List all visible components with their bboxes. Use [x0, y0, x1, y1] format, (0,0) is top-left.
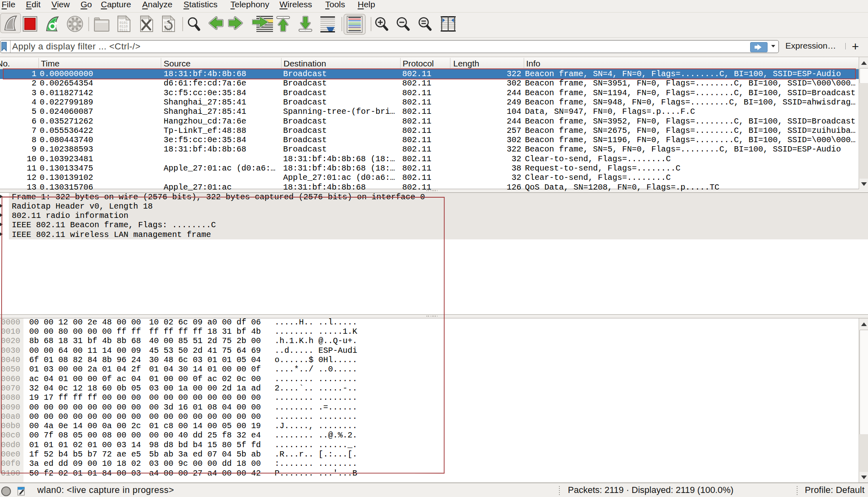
- svg-text:0111: 0111: [119, 28, 128, 32]
